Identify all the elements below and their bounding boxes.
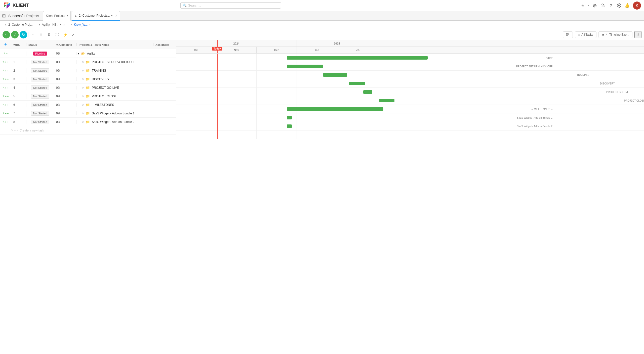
edit-icon[interactable]: ✎ [3, 78, 5, 80]
expand-icon[interactable]: ⊕ [82, 78, 84, 80]
gantt-row: DISCOVERY [176, 79, 644, 88]
timeline-button[interactable]: ◉ 4- Timeline Exe... [598, 31, 632, 38]
user-avatar[interactable]: K [633, 2, 641, 10]
row-plus-icon[interactable]: + [7, 112, 9, 115]
bolt-button[interactable]: ⚡ [62, 31, 69, 38]
doc-tab-close-icon[interactable]: × [63, 23, 65, 26]
tab-close-icon[interactable]: × [115, 14, 117, 18]
table-row[interactable]: ✎ + + 3 Not Started 0% ⊕ 📁 DISCOVERY [0, 75, 176, 83]
row-name: ▾ 📂 Agility [76, 52, 153, 55]
tab-chevron-icon[interactable]: ▾ [60, 23, 61, 26]
gantt-bar-label: PROJECT CLOSE [624, 99, 644, 102]
tab-chevron-icon[interactable]: ▾ [67, 14, 68, 17]
expand-icon[interactable]: ⊕ [82, 69, 84, 72]
gantt-bar-label: -- MILESTONES -- [532, 108, 552, 110]
view-toggle-button[interactable] [563, 31, 573, 38]
row-add-icon[interactable]: + [5, 103, 7, 106]
grid-menu-icon[interactable]: ⊞ [2, 13, 6, 19]
collapse-icon[interactable]: ▾ [78, 52, 79, 55]
doc-tab-krow[interactable]: ● Krow_W... × [68, 21, 93, 29]
doc-tab-2-cust-proj[interactable]: ▲ 2- Custome Proj... [2, 21, 35, 29]
gantt-cell [176, 79, 216, 88]
question-icon[interactable]: ? [609, 3, 613, 8]
cloud-upload-icon[interactable] [601, 3, 605, 8]
expand-icon[interactable]: ⊕ [82, 86, 84, 89]
refresh-button[interactable]: ↻ [20, 31, 27, 38]
tab-chevron-icon[interactable]: ▾ [111, 14, 112, 17]
tab-klient-projects[interactable]: Klient Projects ▾ [43, 11, 71, 21]
delete-button[interactable] [37, 31, 45, 38]
svg-point-6 [619, 5, 620, 6]
doc-tab-agility[interactable]: ▲ Agility | Kli... ▾ × [36, 21, 68, 29]
gantt-year-cell: 2025 [297, 40, 377, 47]
row-add-icon[interactable]: + [5, 61, 7, 64]
expand-icon[interactable]: ⊕ [82, 61, 84, 63]
gantt-bar [349, 82, 365, 85]
row-add-icon[interactable]: + [5, 120, 7, 123]
tab-customer-projects[interactable]: ▲ 2- Customer Projects... ▾ × [72, 11, 120, 21]
expand-icon[interactable]: ⊕ [82, 103, 84, 106]
gantt-row: -- MILESTONES -- [176, 105, 644, 113]
expand-button[interactable]: ⛶ [54, 31, 61, 38]
row-wbs: 3 [11, 77, 26, 81]
table-row[interactable]: ✎ + + 8 Not Started 0% ⊕ 📁 SaaS Widget -… [0, 118, 176, 126]
edit-icon[interactable]: ✎ [4, 52, 6, 55]
row-add-icon[interactable]: + [5, 112, 7, 115]
edit-icon[interactable]: ✎ [3, 86, 5, 89]
table-row[interactable]: ✎ + Pipeline 0% ▾ 📂 Agility [0, 49, 176, 58]
table-row[interactable]: ✎ + + 4 Not Started 0% ⊕ 📁 PROJECT GO-LI… [0, 83, 176, 92]
back-button[interactable]: ← [3, 31, 10, 38]
table-row[interactable]: ✎ + + 7 Not Started 0% ⊕ 📁 SaaS Widget -… [0, 109, 176, 118]
add-column-button[interactable]: + [0, 42, 11, 47]
app-logo[interactable]: KLIENT [3, 2, 29, 10]
status-badge: Not Started [31, 111, 50, 116]
duplicate-button[interactable]: ⧉ [46, 31, 53, 38]
edit-icon[interactable]: ✎ [3, 61, 5, 63]
row-add-icon[interactable]: + [5, 86, 7, 89]
row-plus-icon[interactable]: + [7, 95, 9, 98]
table-row[interactable]: ✎ + + 6 Not Started 0% ⊕ 📁 -- MILESTONES… [0, 101, 176, 109]
chevron-star-icon[interactable]: ▾ [588, 4, 589, 7]
doc-tab-close-icon[interactable]: × [89, 23, 91, 26]
row-plus-icon[interactable]: + [7, 120, 9, 123]
confirm-button[interactable]: ✓ [11, 31, 19, 38]
row-plus-icon[interactable]: + [7, 103, 9, 106]
link-button[interactable]: ↗ [70, 31, 77, 38]
table-row[interactable]: ✎ + + 1 Not Started 0% ⊕ 📁 PROJECT SET-U… [0, 58, 176, 66]
download-button[interactable]: ⬇ [634, 31, 641, 38]
filter-button[interactable]: ≡ All Tasks [575, 31, 596, 38]
row-plus-icon[interactable]: + [7, 86, 9, 89]
row-pct: 0% [54, 77, 76, 81]
edit-icon[interactable]: ✎ [3, 103, 5, 106]
move-up-button[interactable]: ↑ [29, 31, 36, 38]
timeline-label: 4- Timeline Exe... [606, 33, 629, 36]
app-tabs-bar: ⊞ Successful Projects Klient Projects ▾ … [0, 11, 644, 21]
row-add-icon[interactable]: + [5, 69, 7, 72]
star-icon[interactable]: ★ [581, 4, 584, 8]
edit-icon[interactable]: ✎ [3, 120, 5, 123]
table-row[interactable]: ✎ + + 5 Not Started 0% ⊕ 📁 PROJECT CLOSE [0, 92, 176, 101]
task-name: DISCOVERY [92, 77, 109, 81]
add-icon[interactable]: ⊕ [593, 3, 597, 8]
row-plus-icon[interactable]: + [7, 78, 9, 81]
edit-icon[interactable]: ✎ [3, 69, 5, 72]
edit-icon[interactable]: ✎ [3, 112, 5, 115]
status-badge: Not Started [31, 60, 50, 64]
edit-icon[interactable]: ✎ [3, 95, 5, 98]
gantt-year-row: 20242025 [176, 40, 644, 47]
expand-icon[interactable]: ⊕ [82, 120, 84, 123]
search-bar[interactable]: 🔍 Search... [180, 2, 281, 9]
gear-icon[interactable] [617, 3, 621, 8]
row-add-icon[interactable]: + [6, 52, 8, 55]
table-row[interactable]: ✎ + + 2 Not Started 0% ⊕ 📁 TRAINING [0, 66, 176, 75]
row-plus-icon[interactable]: + [7, 69, 9, 72]
bell-icon[interactable]: 🔔 [625, 3, 629, 8]
row-add-icon[interactable]: + [5, 78, 7, 81]
create-task-row[interactable]: ✎ + + Create a new task [0, 126, 176, 135]
expand-icon[interactable]: ⊕ [82, 95, 84, 98]
row-plus-icon[interactable]: + [7, 61, 9, 64]
expand-icon[interactable]: ⊕ [82, 112, 84, 115]
row-status: Not Started [26, 60, 54, 64]
row-add-icon[interactable]: + [5, 95, 7, 98]
row-pct: 0% [54, 120, 76, 124]
